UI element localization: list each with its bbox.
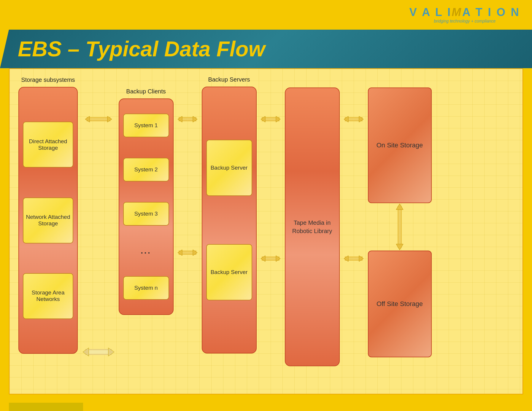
systemn-box: System n [123, 276, 169, 300]
dots-indicator: ... [141, 246, 151, 256]
system3-box: System 3 [123, 202, 169, 226]
san-box: Storage Area Networks [23, 273, 73, 319]
das-box: Direct Attached Storage [23, 122, 73, 168]
backup-servers-header: Backup Servers [208, 76, 250, 83]
backup-servers-panel: Backup Server Backup Server [202, 87, 257, 353]
col-site-storage: On Site Storage Off Site Storage [366, 87, 434, 357]
header: V A L IMA T I O N bridging technology + … [0, 0, 532, 68]
arrow-storage-clients-top [84, 112, 113, 127]
backup-clients-panel: System 1 System 2 System 3 ... System n [119, 98, 174, 315]
arrows-clients-servers [176, 88, 199, 367]
storage-subsystems-header: Storage subsystems [21, 76, 75, 83]
title-bar: EBS – Typical Data Flow [0, 30, 532, 68]
svg-marker-18 [396, 204, 403, 210]
arrow-tape-onsite [343, 112, 364, 127]
backup-server-top-box: Backup Server [206, 140, 252, 196]
slide-title: EBS – Typical Data Flow [18, 37, 265, 61]
on-site-storage-box: On Site Storage [368, 87, 432, 203]
bottom-strip [9, 403, 83, 411]
col-tape-media: Tape Media in Robotic Library [282, 76, 342, 366]
arrow-servers-tape-top [260, 112, 281, 127]
col-storage-subsystems: Storage subsystems Direct Attached Stora… [15, 76, 81, 354]
off-site-storage-box: Off Site Storage [368, 251, 432, 357]
arrow-clients-servers-top [177, 112, 198, 127]
arrows-servers-tape [259, 76, 282, 355]
logo-text: V A L IMA T I O N [409, 6, 520, 19]
arrow-onsite-offsite [391, 203, 409, 251]
arrows-col1-col2 [81, 88, 116, 367]
col-backup-servers: Backup Servers Backup Server Backup Serv… [199, 76, 259, 353]
logo-area: V A L IMA T I O N bridging technology + … [409, 6, 520, 23]
arrow-servers-tape-bottom [260, 251, 281, 266]
diagram-area: Storage subsystems Direct Attached Stora… [9, 68, 523, 394]
backup-server-bottom-box: Backup Server [206, 244, 252, 300]
backup-clients-header: Backup Clients [126, 88, 166, 95]
arrow-tape-offsite [343, 251, 364, 266]
svg-marker-19 [396, 244, 403, 250]
system1-box: System 1 [123, 114, 169, 137]
tape-media-panel: Tape Media in Robotic Library [285, 87, 340, 366]
col-backup-clients: Backup Clients System 1 System 2 System … [116, 88, 176, 315]
arrows-tape-storage [342, 76, 366, 355]
tape-media-label: Tape Media in Robotic Library [285, 216, 339, 238]
slide-container: V A L IMA T I O N bridging technology + … [0, 0, 532, 411]
arrow-storage-clients-bottom [82, 343, 115, 361]
arrow-clients-servers-bottom [177, 245, 198, 260]
nas-box: Network Attached Storage [23, 197, 73, 243]
logo-tagline: bridging technology + compliance [409, 19, 520, 23]
system2-box: System 2 [123, 158, 169, 181]
storage-subsystems-panel: Direct Attached Storage Network Attached… [18, 87, 78, 354]
